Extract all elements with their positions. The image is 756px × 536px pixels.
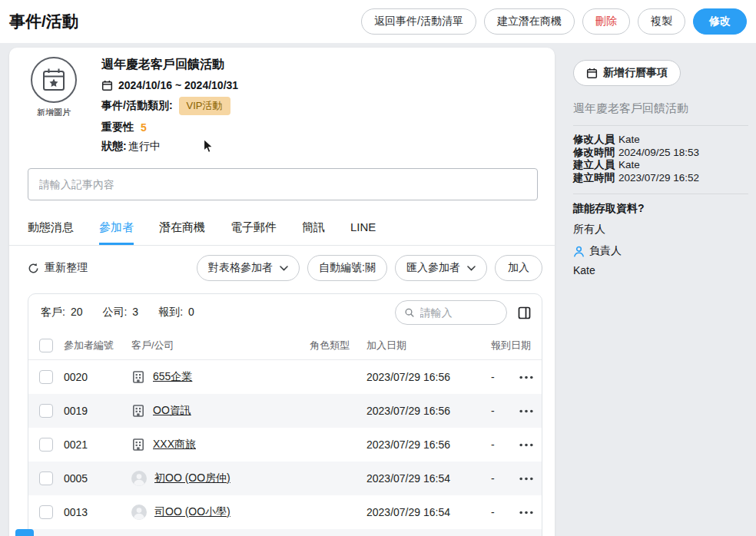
event-image-block: 新增圖片 bbox=[23, 54, 85, 159]
tab-line[interactable]: LINE bbox=[350, 220, 376, 245]
event-category-row: 事件/活動類別: VIP活動 bbox=[101, 97, 238, 115]
ellipsis-icon bbox=[519, 409, 533, 413]
detail-tabs: 動態消息 參加者 潛在商機 電子郵件 簡訊 LINE bbox=[9, 220, 555, 246]
table-row: 0005 初OO (OO房仲) 2023/07/29 16:54 - bbox=[28, 462, 542, 495]
participant-name-link[interactable]: 655企業 bbox=[153, 370, 192, 384]
participant-id: 0019 bbox=[64, 405, 131, 417]
access-question: 誰能存取資料? bbox=[573, 202, 748, 216]
owner-label: 負責人 bbox=[589, 244, 622, 258]
status-value: 進行中 bbox=[128, 140, 161, 154]
building-icon bbox=[131, 370, 145, 384]
meta-modified-by: 修改人員Kate bbox=[573, 134, 748, 147]
tab-participants[interactable]: 參加者 bbox=[99, 220, 134, 245]
table-participants-label: 對表格參加者 bbox=[208, 261, 273, 275]
auto-number-toggle[interactable]: 自動編號:關 bbox=[307, 255, 387, 281]
event-date-range: 2024/10/16 ~ 2024/10/31 bbox=[118, 79, 238, 91]
participant-id: 0013 bbox=[64, 506, 131, 518]
row-checkbox[interactable] bbox=[39, 404, 53, 418]
table-row: 0021 XXX商旅 2023/07/29 16:56 - bbox=[28, 428, 542, 462]
column-checkin-date: 報到日期 bbox=[465, 339, 511, 352]
note-input[interactable] bbox=[28, 168, 538, 200]
participant-name-link[interactable]: OO資訊 bbox=[153, 404, 191, 418]
event-summary: 新增圖片 週年慶老客戶回饋活動 2024/10/16 ~ 2024/10/31 … bbox=[9, 48, 555, 159]
column-role-type: 角色類型 bbox=[287, 339, 343, 352]
tab-activity-feed[interactable]: 動態消息 bbox=[28, 220, 74, 245]
copy-button[interactable]: 複製 bbox=[638, 8, 685, 35]
row-more-button[interactable] bbox=[516, 372, 536, 382]
select-all-checkbox[interactable] bbox=[39, 339, 53, 352]
participant-checkin-date: - bbox=[465, 371, 511, 383]
participant-name-link[interactable]: XXX商旅 bbox=[153, 438, 196, 452]
add-participant-button[interactable]: 加入 bbox=[495, 255, 542, 281]
participant-join-date: 2023/07/29 16:54 bbox=[343, 472, 465, 485]
column-customer-company: 客戶/公司 bbox=[131, 339, 287, 352]
back-to-list-button[interactable]: 返回事件/活動清單 bbox=[361, 8, 476, 35]
page-header: 事件/活動 返回事件/活動清單 建立潛在商機 刪除 複製 修改 bbox=[0, 0, 756, 43]
ellipsis-icon bbox=[519, 477, 533, 481]
detail-sidebar: 新增行曆事項 週年慶老客戶回饋活動 修改人員Kate 修改時間2024/09/2… bbox=[564, 60, 748, 276]
floating-widget-partial[interactable] bbox=[15, 529, 34, 536]
table-header-row: 參加者編號 客戶/公司 角色類型 加入日期 報到日期 bbox=[28, 331, 542, 360]
tab-sms[interactable]: 簡訊 bbox=[302, 220, 325, 245]
row-more-button[interactable] bbox=[516, 406, 536, 416]
participants-toolbar: 重新整理 對表格參加者 自動編號:關 匯入參加者 加入 bbox=[9, 246, 555, 290]
stat-companies: 公司:3 bbox=[102, 306, 138, 319]
divider bbox=[573, 194, 748, 194]
tab-opportunities[interactable]: 潛在商機 bbox=[159, 220, 205, 245]
header-actions: 返回事件/活動清單 建立潛在商機 刪除 複製 修改 bbox=[361, 8, 747, 35]
event-image-upload[interactable] bbox=[31, 57, 77, 103]
column-join-date: 加入日期 bbox=[343, 339, 465, 352]
divider bbox=[573, 125, 748, 126]
chevron-down-icon bbox=[280, 266, 288, 271]
search-input[interactable] bbox=[420, 306, 497, 319]
event-info: 週年慶老客戶回饋活動 2024/10/16 ~ 2024/10/31 事件/活動… bbox=[101, 54, 238, 159]
participants-panel-header: 客戶:20 公司:3 報到:0 bbox=[28, 294, 542, 331]
table-participants-dropdown[interactable]: 對表格參加者 bbox=[197, 255, 300, 281]
participant-checkin-date: - bbox=[465, 438, 511, 451]
create-opportunity-button[interactable]: 建立潛在商機 bbox=[484, 8, 575, 35]
row-checkbox[interactable] bbox=[39, 505, 53, 519]
category-tag: VIP活動 bbox=[179, 97, 230, 115]
edit-button[interactable]: 修改 bbox=[693, 8, 747, 35]
add-calendar-event-button[interactable]: 新增行曆事項 bbox=[573, 60, 681, 86]
building-icon bbox=[131, 404, 145, 418]
participant-id: 0005 bbox=[64, 472, 131, 485]
row-more-button[interactable] bbox=[516, 440, 536, 450]
add-calendar-event-label: 新增行曆事項 bbox=[603, 66, 668, 80]
delete-button[interactable]: 刪除 bbox=[582, 8, 630, 35]
participants-search bbox=[395, 300, 507, 325]
ellipsis-icon bbox=[519, 443, 533, 447]
row-checkbox[interactable] bbox=[39, 438, 53, 452]
owner-person-icon bbox=[573, 246, 585, 257]
record-meta: 修改人員Kate 修改時間2024/09/25 18:53 建立人員Kate 建… bbox=[573, 134, 748, 184]
row-more-button[interactable] bbox=[516, 508, 536, 518]
participant-join-date: 2023/07/29 16:54 bbox=[343, 506, 465, 518]
row-checkbox[interactable] bbox=[39, 471, 53, 485]
meta-created-time: 建立時間2023/07/29 16:52 bbox=[573, 172, 748, 185]
event-card: 新增圖片 週年慶老客戶回饋活動 2024/10/16 ~ 2024/10/31 … bbox=[9, 48, 555, 536]
event-importance-row: 重要性 5 bbox=[101, 121, 238, 134]
category-label: 事件/活動類別: bbox=[101, 99, 173, 113]
owner-row: 負責人 bbox=[573, 244, 748, 258]
tab-email[interactable]: 電子郵件 bbox=[230, 220, 277, 245]
ellipsis-icon bbox=[519, 376, 533, 379]
sidebar-event-title: 週年慶老客戶回饋活動 bbox=[573, 101, 748, 116]
add-image-label: 新增圖片 bbox=[23, 107, 85, 118]
participant-name-link[interactable]: 初OO (OO房仲) bbox=[154, 471, 230, 485]
refresh-button[interactable]: 重新整理 bbox=[28, 261, 88, 275]
calendar-star-icon bbox=[41, 67, 67, 93]
participant-id: 0021 bbox=[64, 438, 131, 451]
import-participants-dropdown[interactable]: 匯入參加者 bbox=[395, 255, 487, 281]
column-participant-id: 參加者編號 bbox=[64, 339, 131, 352]
importance-label: 重要性 bbox=[101, 121, 134, 134]
participant-checkin-date: - bbox=[465, 472, 511, 485]
participant-name-link[interactable]: 司OO (OO小學) bbox=[154, 505, 230, 519]
search-icon bbox=[405, 307, 414, 318]
building-icon bbox=[131, 438, 145, 452]
participant-join-date: 2023/07/29 16:56 bbox=[343, 371, 465, 383]
row-more-button[interactable] bbox=[516, 474, 536, 484]
access-value: 所有人 bbox=[573, 223, 748, 237]
column-settings-button[interactable] bbox=[518, 306, 531, 319]
row-checkbox[interactable] bbox=[39, 370, 53, 384]
ellipsis-icon bbox=[519, 511, 533, 514]
